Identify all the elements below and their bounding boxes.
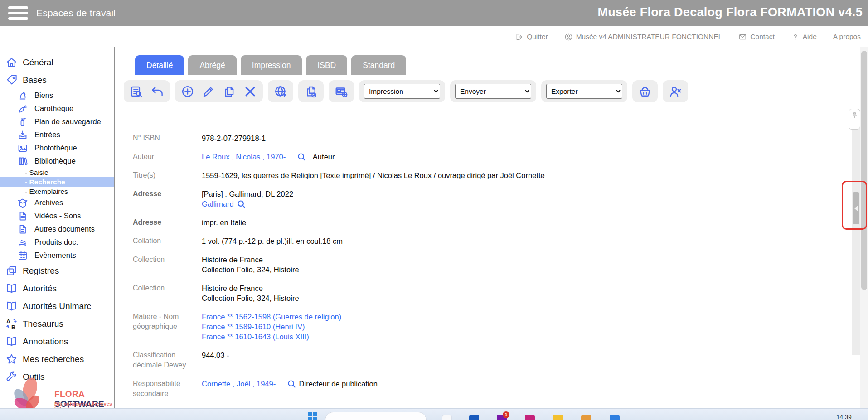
workspace-label: Espaces de travail xyxy=(36,8,116,19)
sidebar-item-mes-recherches[interactable]: Mes recherches xyxy=(0,350,114,368)
sidebar-item-g-n-ral[interactable]: Général xyxy=(0,53,114,71)
toolbar-button-delete[interactable] xyxy=(243,85,257,98)
record-field: Collation1 vol. (774 p.-12 p. de pl.)ill… xyxy=(133,236,722,246)
sidebar-item-recherche[interactable]: - Recherche xyxy=(0,177,114,187)
toolbar-button-undo[interactable] xyxy=(150,85,164,98)
sidebar-item-ev-nements[interactable]: Evènements xyxy=(0,249,114,262)
hamburger-menu-icon[interactable] xyxy=(8,6,28,20)
sidebar-item-thesaurus[interactable]: ABThesaurus xyxy=(0,315,114,333)
sidebar-item-phototh-que[interactable]: Photothèque xyxy=(0,141,114,154)
sidebar-item-autorit-s[interactable]: Autorités xyxy=(0,280,114,297)
sidebar-item-registres[interactable]: Registres xyxy=(0,262,114,280)
authority-link[interactable]: Le Roux , Nicolas , 1970-.... xyxy=(202,152,294,162)
field-value-text: 1 vol. (774 p.-12 p. de pl.)ill. en coul… xyxy=(202,236,343,246)
field-values: Le Roux , Nicolas , 1970-...., Auteur xyxy=(202,152,335,162)
account-link-contact[interactable]: Contact xyxy=(738,33,774,41)
field-label: Matière - Nom géographique xyxy=(133,312,193,342)
sidebar-item-vid-os-sons[interactable]: Vidéos - Sons xyxy=(0,209,114,222)
field-label: Adresse xyxy=(133,217,193,227)
tab-standard[interactable]: Standard xyxy=(351,55,406,75)
tab-d-taill-[interactable]: Détaillé xyxy=(135,55,184,75)
toolbar-button-copy[interactable] xyxy=(223,85,236,98)
list-search-icon xyxy=(130,85,143,98)
tab-impression[interactable]: Impression xyxy=(241,55,302,75)
undo-icon xyxy=(150,85,164,98)
authority-link[interactable]: Cornette , Joël , 1949-.... xyxy=(202,379,284,389)
authority-link[interactable]: Gallimard xyxy=(202,199,234,209)
sidebar-item-autres-documents[interactable]: Autres documents xyxy=(0,222,114,236)
sidebar-item-autorit-s-unimarc[interactable]: Autorités Unimarc xyxy=(0,297,114,315)
sidebar-item-entr-es[interactable]: Entrées xyxy=(0,128,114,141)
windows-start-icon[interactable] xyxy=(308,412,317,420)
add-icon xyxy=(181,85,194,98)
account-link-aide[interactable]: Aide xyxy=(791,33,817,41)
field-label: N° ISBN xyxy=(133,133,193,143)
authority-link[interactable]: France ** 1562-1598 (Guerres de religion… xyxy=(202,312,341,322)
zoom-icon xyxy=(297,152,306,162)
envoyer-select[interactable]: Envoyer xyxy=(455,84,531,99)
toolbar-button-copy-check[interactable] xyxy=(304,85,318,98)
logout-icon xyxy=(515,33,524,41)
toolbar-button-add[interactable] xyxy=(181,85,194,98)
person-x-icon xyxy=(669,85,682,98)
sidebar-item-plan-de-sauvegarde[interactable]: Plan de sauvegarde xyxy=(0,115,114,128)
sidebar-item-caroth-que[interactable]: Carothèque xyxy=(0,102,114,115)
toolbar-button-person-x[interactable] xyxy=(669,85,682,98)
toolbar-button-basket[interactable] xyxy=(638,85,652,98)
field-values: Cornette , Joël , 1949-....Directeur de … xyxy=(202,379,378,399)
toolbar-button-globe-upload[interactable] xyxy=(274,85,287,98)
authority-link[interactable]: France ** 1589-1610 (Henri IV) xyxy=(202,322,305,332)
account-link-mus-e-v4-administrateur-fonctionnel[interactable]: Musée v4 ADMINISTRATEUR FONCTIONNEL xyxy=(564,33,723,41)
magnifier-icon[interactable] xyxy=(237,199,246,209)
toolbar-group xyxy=(268,80,293,102)
browser-scrollbar-thumb[interactable] xyxy=(861,51,867,290)
magnifier-icon[interactable] xyxy=(287,379,296,389)
extinguisher-icon xyxy=(17,116,28,127)
field-values: [Paris] : Gallimard, DL 2022Gallimard xyxy=(202,189,293,209)
windows-taskbar: 1 14:39 xyxy=(0,408,868,420)
taskbar-app-white-icon[interactable] xyxy=(442,415,452,420)
envoyer-select-wrapper: Envoyer xyxy=(450,80,536,102)
field-values: Histoire de FranceCollection Folio, 324,… xyxy=(202,255,299,275)
tab-abr-g-[interactable]: Abrégé xyxy=(188,55,236,75)
field-value-text: 944.03 - xyxy=(202,350,229,360)
delete-icon xyxy=(243,85,257,98)
exporter-select[interactable]: Exporter xyxy=(546,84,622,99)
sidebar-item-bases[interactable]: Bases xyxy=(0,71,114,89)
record-field: Classification décimale Dewey944.03 - xyxy=(133,350,722,370)
record-field: N° ISBN978-2-07-279918-1 xyxy=(133,133,722,143)
taskbar-app-yellow-icon[interactable] xyxy=(553,415,563,420)
copy-check-icon xyxy=(304,85,318,98)
taskbar-app-orange-icon[interactable] xyxy=(581,415,591,420)
taskbar-search-input[interactable] xyxy=(325,412,427,420)
sidebar-item-exemplaires[interactable]: - Exemplaires xyxy=(0,187,114,196)
user-icon xyxy=(564,33,573,41)
sidebar-item-saisie[interactable]: - Saisie xyxy=(0,168,114,177)
impression-select[interactable]: Impression xyxy=(364,84,440,99)
panel-pin-icon[interactable] xyxy=(849,109,860,130)
taskbar-app-magenta-icon[interactable] xyxy=(525,415,535,420)
photo-icon xyxy=(17,143,28,154)
toolbar-button-list-search[interactable] xyxy=(130,85,143,98)
tab-isbd[interactable]: ISBD xyxy=(306,55,347,75)
sidebar-item-produits-doc[interactable]: Produits doc. xyxy=(0,236,114,249)
toolbar-button-card-plus[interactable] xyxy=(335,85,348,98)
file-doc-icon xyxy=(17,224,28,235)
sidebar-item-biens[interactable]: Biens xyxy=(0,89,114,102)
field-label: Collection xyxy=(133,255,193,275)
sidebar-item-biblioth-que[interactable]: Bibliothèque xyxy=(0,154,114,168)
magnifier-icon[interactable] xyxy=(297,152,306,162)
authority-link[interactable]: France ** 1610-1643 (Louis XIII) xyxy=(202,332,309,342)
sidebar-item-annotations[interactable]: Annotations xyxy=(0,333,114,350)
account-link-a-propos[interactable]: A propos xyxy=(833,33,861,41)
toolbar-group xyxy=(329,80,354,102)
field-label: Classification décimale Dewey xyxy=(133,350,193,370)
sidebar-item-archives[interactable]: Archives xyxy=(0,196,114,209)
account-link-quitter[interactable]: Quitter xyxy=(515,33,548,41)
taskbar-app-hexblue-icon[interactable] xyxy=(610,415,620,420)
svg-text:B: B xyxy=(11,324,15,330)
taskbar-app-blue-icon[interactable] xyxy=(469,415,479,420)
field-value-text: , Auteur xyxy=(309,152,335,162)
toolbar-button-edit[interactable] xyxy=(202,85,215,98)
open-book-icon xyxy=(5,335,18,348)
